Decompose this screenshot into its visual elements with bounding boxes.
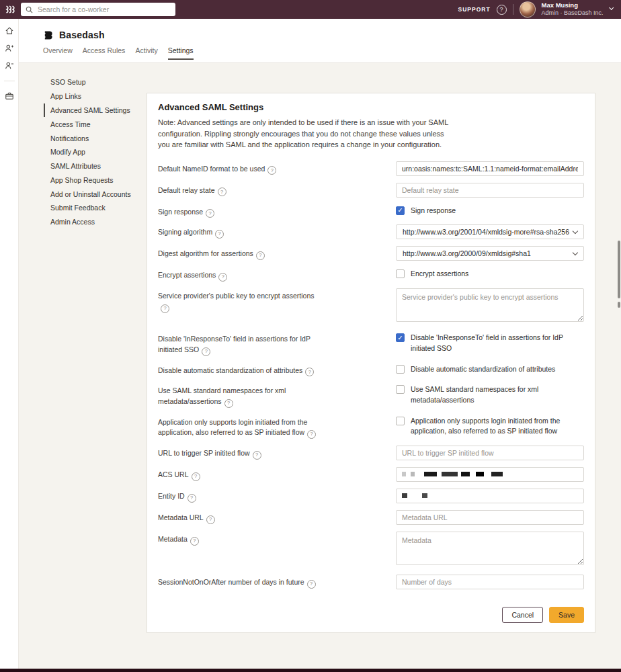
support-link[interactable]: SUPPORT [458, 6, 490, 13]
redacted-block [402, 472, 406, 476]
remove-user-icon[interactable] [5, 61, 14, 71]
tab-activity[interactable]: Activity [135, 46, 157, 60]
sidebar-item-saml-attributes[interactable]: SAML Attributes [44, 159, 147, 173]
help-icon[interactable]: ? [224, 399, 233, 408]
sidebar-item-advanced-saml-settings[interactable]: Advanced SAML Settings [44, 103, 147, 118]
metadata-url-input[interactable] [396, 510, 584, 525]
help-icon[interactable]: ? [307, 580, 316, 589]
entity-id-input[interactable] [396, 489, 584, 503]
disable-inresponseto-field-in-assertions-for-idp-initiated-sso-checkbox[interactable]: ✓ [396, 333, 405, 342]
checkbox-label: Disable 'InResponseTo' field in assertio… [411, 333, 584, 354]
sidebar-item-modify-app[interactable]: Modify App [44, 145, 147, 159]
digest-algorithm-for-assertions-select[interactable]: http://www.w3.org/2000/09/xmldsig#sha1 [396, 246, 584, 261]
coworker-search[interactable] [21, 3, 175, 16]
encrypt-assertions-checkbox[interactable]: ✓ [396, 269, 405, 278]
briefcase-icon[interactable] [5, 91, 14, 101]
application-only-supports-login-initiated-from-the-application-also-referred-to-as-sp-initiated-flow-checkbox[interactable]: ✓ [396, 417, 405, 425]
select-value: http://www.w3.org/2001/04/xmldsig-more#r… [403, 228, 569, 236]
sidebar-item-access-time[interactable]: Access Time [44, 117, 147, 131]
help-icon[interactable]: ? [206, 515, 215, 524]
field-label-text: Disable 'InResponseTo' field in assertio… [158, 335, 310, 353]
scrollbar-thumb[interactable] [618, 241, 620, 298]
sidebar-item-add-or-uninstall-accounts[interactable]: Add or Uninstall Accounts [44, 187, 147, 201]
disable-automatic-standardization-of-attributes-checkbox[interactable]: ✓ [396, 365, 405, 374]
field-label: Entity ID? [158, 489, 319, 503]
field-label-text: Default NameID format to be used [158, 165, 265, 173]
sidebar-item-sso-setup[interactable]: SSO Setup [44, 75, 147, 89]
bottom-bar [0, 669, 621, 672]
field-control: http://www.w3.org/2000/09/xmldsig#sha1 [396, 246, 584, 261]
help-icon[interactable]: ? [497, 5, 507, 15]
scrollbar-thumb-small[interactable] [618, 302, 620, 308]
signing-algorithm-select[interactable]: http://www.w3.org/2001/04/xmldsig-more#r… [396, 224, 584, 239]
field-control: ✓Encrypt assertions [396, 267, 584, 282]
sidebar-item-admin-access[interactable]: Admin Access [44, 215, 147, 229]
form-row-digest-algorithm-for-assertions: Digest algorithm for assertions?http://w… [158, 246, 584, 261]
sidebar-item-app-shop-requests[interactable]: App Shop Requests [44, 173, 147, 187]
form-row-metadata-url: Metadata URL? [158, 510, 584, 525]
help-icon[interactable]: ? [218, 187, 226, 196]
help-icon[interactable]: ? [307, 430, 316, 439]
sign-response-checkbox[interactable]: ✓ [396, 206, 405, 215]
form-row-default-nameid-format-to-be-used: Default NameID format to be used? [158, 161, 584, 176]
save-button[interactable]: Save [549, 607, 584, 623]
help-icon[interactable]: ? [192, 472, 200, 481]
search-input[interactable] [36, 5, 171, 14]
cancel-button[interactable]: Cancel [502, 607, 543, 623]
field-control [396, 446, 584, 460]
help-icon[interactable]: ? [253, 451, 261, 460]
rippling-logo-icon[interactable] [0, 5, 20, 15]
field-label-text: Signing algorithm [158, 228, 212, 236]
help-icon[interactable]: ? [206, 209, 214, 218]
redacted-block [476, 472, 484, 476]
sessionnotonorafter-number-of-days-in-future-input[interactable] [396, 575, 584, 589]
field-control: http://www.w3.org/2001/04/xmldsig-more#r… [396, 224, 584, 239]
redacted-block [442, 472, 458, 476]
help-icon[interactable]: ? [190, 537, 199, 546]
tab-access-rules[interactable]: Access Rules [83, 46, 126, 60]
form-row-service-provider-s-public-key-to-encrypt-assertions: Service provider's public key to encrypt… [158, 288, 584, 325]
default-relay-state-input[interactable] [396, 183, 584, 198]
sidebar-item-submit-feedback[interactable]: Submit Feedback [44, 201, 147, 215]
checkbox-row: ✓Use SAML standard namespaces for xml me… [396, 383, 584, 406]
help-icon[interactable]: ? [188, 494, 196, 503]
help-icon[interactable]: ? [215, 230, 224, 239]
user-role: Admin · BaseDash Inc. [542, 9, 604, 17]
field-label: Sign response? [158, 204, 319, 218]
add-user-icon[interactable] [5, 44, 14, 53]
field-label: Application only supports login initiate… [158, 415, 319, 439]
tabs: OverviewAccess RulesActivitySettings [19, 46, 621, 60]
help-icon[interactable]: ? [267, 166, 276, 175]
page-title: Basedash [59, 30, 105, 40]
chevron-down-icon [573, 249, 578, 255]
field-label-text: Encrypt assertions [158, 271, 216, 279]
help-icon[interactable]: ? [161, 304, 169, 313]
sidebar-item-notifications[interactable]: Notifications [44, 131, 147, 145]
form-row-default-relay-state: Default relay state? [158, 183, 584, 198]
acs-url-input[interactable] [396, 467, 584, 482]
field-label: Use SAML standard namespaces for xml met… [158, 383, 319, 407]
field-label-text: Digest algorithm for assertions [158, 249, 253, 257]
redacted-block [491, 472, 503, 476]
home-icon[interactable] [5, 26, 14, 36]
tab-settings[interactable]: Settings [168, 46, 194, 60]
default-nameid-format-to-be-used-input[interactable] [396, 161, 584, 176]
user-avatar[interactable] [520, 1, 536, 17]
field-label: Signing algorithm? [158, 224, 319, 239]
chevron-down-icon[interactable] [609, 5, 614, 11]
help-icon[interactable]: ? [218, 273, 227, 282]
help-icon[interactable]: ? [305, 368, 314, 376]
metadata-textarea[interactable] [396, 532, 584, 565]
checkbox-label: Encrypt assertions [411, 269, 468, 280]
saml-settings-form: Default NameID format to be used?Default… [158, 161, 584, 589]
help-icon[interactable]: ? [256, 251, 265, 260]
sidebar-item-app-links[interactable]: App Links [44, 89, 147, 103]
field-label-text: Entity ID [158, 492, 185, 500]
tab-overview[interactable]: Overview [43, 46, 73, 60]
user-menu[interactable]: Max Musing Admin · BaseDash Inc. [542, 1, 604, 17]
service-provider-s-public-key-to-encrypt-assertions-textarea[interactable] [396, 288, 584, 322]
use-saml-standard-namespaces-for-xml-metadata-assertions-checkbox[interactable]: ✓ [396, 385, 405, 394]
field-control [396, 510, 584, 525]
help-icon[interactable]: ? [202, 347, 210, 356]
url-to-trigger-sp-initited-flow-input[interactable] [396, 446, 584, 460]
